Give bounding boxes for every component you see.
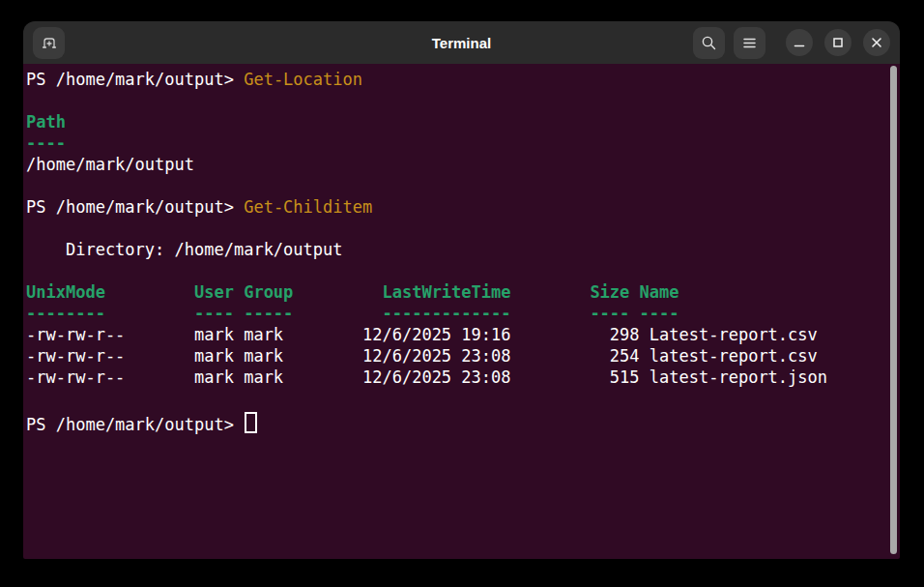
minimize-button[interactable]: [786, 29, 813, 56]
terminal-text-segment: -------- ---- ----- ------------- ---- -…: [26, 304, 679, 323]
minimize-dash-icon: [793, 36, 806, 49]
terminal-line: [26, 388, 886, 409]
search-button[interactable]: [693, 27, 725, 59]
terminal-text-segment: -rw-rw-r-- mark mark 12/6/2025 23:08 515…: [26, 367, 827, 387]
new-tab-button[interactable]: [33, 27, 65, 59]
terminal-line: Directory: /home/mark/output: [26, 239, 886, 260]
terminal-text-segment: Path: [26, 112, 66, 132]
close-x-icon: [870, 36, 883, 49]
terminal-line: PS /home/mark/output> Get-Childitem: [26, 196, 886, 218]
magnifier-icon: [701, 35, 717, 51]
terminal-text-segment: /home/mark/output: [26, 155, 194, 174]
terminal-text-segment: UnixMode User Group LastWriteTime Size N…: [26, 282, 679, 302]
terminal-line: PS /home/mark/output>: [26, 409, 886, 430]
terminal-line: -rw-rw-r-- mark mark 12/6/2025 23:08 254…: [26, 345, 886, 367]
terminal-line: [26, 260, 886, 281]
terminal-text-segment: Get-Location: [244, 70, 362, 89]
terminal-line: -rw-rw-r-- mark mark 12/6/2025 19:16 298…: [26, 324, 886, 345]
terminal-cursor: [245, 412, 257, 433]
terminal-text-segment: -rw-rw-r-- mark mark 12/6/2025 23:08 254…: [26, 346, 818, 366]
scrollbar[interactable]: [887, 64, 900, 559]
tab-plus-icon: [41, 34, 58, 51]
terminal-text-segment: Directory: /home/mark/output: [26, 240, 343, 259]
terminal-window: Terminal: [23, 21, 900, 559]
terminal-line: /home/mark/output: [26, 154, 886, 175]
maximize-button[interactable]: [824, 29, 852, 56]
terminal-screen[interactable]: PS /home/mark/output> Get-LocationPath--…: [23, 64, 900, 559]
terminal-text-segment: ----: [26, 133, 66, 153]
terminal-line: PS /home/mark/output> Get-Location: [26, 69, 886, 90]
terminal-text-segment: PS /home/mark/output>: [26, 70, 244, 89]
terminal-line: -rw-rw-r-- mark mark 12/6/2025 23:08 515…: [26, 367, 886, 388]
maximize-square-icon: [831, 36, 845, 49]
scrollbar-thumb[interactable]: [890, 66, 897, 554]
desktop-background: Terminal: [0, 0, 924, 587]
terminal-text-segment: -rw-rw-r-- mark mark 12/6/2025 19:16 298…: [26, 325, 818, 344]
hamburger-icon: [741, 35, 758, 51]
titlebar[interactable]: Terminal: [23, 21, 900, 64]
terminal-line: Path: [26, 111, 886, 132]
terminal-text-segment: Get-Childitem: [244, 197, 372, 217]
terminal-line: -------- ---- ----- ------------- ---- -…: [26, 303, 886, 324]
terminal-line: [26, 90, 886, 111]
terminal-line: [26, 175, 886, 196]
terminal-output: PS /home/mark/output> Get-LocationPath--…: [26, 69, 886, 430]
terminal-line: ----: [26, 132, 886, 154]
terminal-line: [26, 218, 886, 239]
close-button[interactable]: [863, 29, 890, 56]
terminal-line: UnixMode User Group LastWriteTime Size N…: [26, 281, 886, 303]
terminal-text-segment: PS /home/mark/output>: [26, 415, 244, 434]
menu-button[interactable]: [734, 27, 765, 59]
terminal-text-segment: PS /home/mark/output>: [26, 197, 244, 217]
